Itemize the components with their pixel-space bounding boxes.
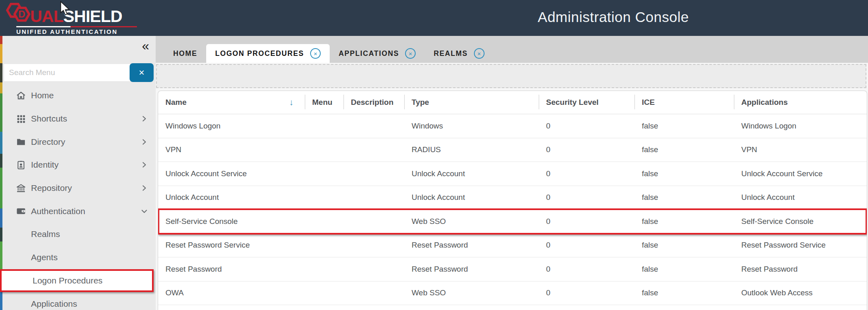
search-input[interactable] <box>4 64 131 81</box>
column-header-applications[interactable]: Applications <box>734 91 867 114</box>
tab-applications[interactable]: APPLICATIONS× <box>330 44 425 63</box>
table-row-windows-logon[interactable]: Windows LogonWindows0falseWindows Logon <box>158 114 867 138</box>
repository-icon <box>15 183 26 194</box>
table-row-owa[interactable]: OWAWeb SSO0falseOutlook Web Access <box>158 281 867 306</box>
column-header-type[interactable]: Type <box>404 91 539 114</box>
table-row-self-service-console[interactable]: Self-Service ConsoleWeb SSO0falseSelf-Se… <box>158 210 867 234</box>
sidebar-item-label: Authentication <box>31 206 85 216</box>
sidebar-item-realms[interactable]: Realms <box>0 223 156 246</box>
cell-description <box>344 210 404 233</box>
cell-menu <box>305 114 344 138</box>
cell-security_level: 0 <box>539 257 634 281</box>
shield-logo-icon: D <box>6 0 33 25</box>
tab-label: REALMS <box>434 49 468 58</box>
table-row-reset-password-service[interactable]: Reset Password ServiceReset Password0fal… <box>158 234 867 258</box>
table-row-unlock-account-service[interactable]: Unlock Account ServiceUnlock Account0fal… <box>158 162 867 186</box>
cell-ice: false <box>634 114 734 138</box>
cell-menu <box>305 138 344 162</box>
blank-icon <box>15 252 26 263</box>
shortcuts-icon <box>15 113 26 124</box>
sidebar-item-repository[interactable]: Repository <box>0 177 156 200</box>
column-header-label: Applications <box>741 98 788 107</box>
cell-name: VPN <box>158 138 305 162</box>
cell-ice: false <box>634 281 734 305</box>
cell-security_level: 0 <box>539 210 634 233</box>
table-row-vpn[interactable]: VPNRADIUS0falseVPN <box>158 138 867 162</box>
sidebar-item-label: Home <box>31 91 54 100</box>
sidebar-item-directory[interactable]: Directory <box>0 130 156 153</box>
cell-ice: false <box>634 257 734 281</box>
cell-applications: Unlock Account Service <box>734 162 867 186</box>
table-body: Windows LogonWindows0falseWindows LogonV… <box>158 114 867 310</box>
collapse-sidebar-icon[interactable]: « <box>142 39 149 52</box>
cell-applications: Reset Password Service <box>734 234 867 257</box>
tab-home[interactable]: HOME <box>164 44 206 63</box>
cell-description <box>344 257 404 281</box>
cell-name: Self-Service Console <box>158 210 305 233</box>
chevron-down-icon <box>139 206 149 216</box>
cell-ice: false <box>634 186 734 210</box>
sidebar-item-shortcuts[interactable]: Shortcuts <box>0 107 156 131</box>
column-header-label: Security Level <box>546 98 599 107</box>
cell-menu <box>305 257 344 281</box>
cell-menu <box>305 281 344 305</box>
tab-label: APPLICATIONS <box>339 49 399 58</box>
tab-realms[interactable]: REALMS× <box>425 44 493 63</box>
cell-applications: Unlock Account <box>734 186 867 210</box>
column-header-menu[interactable]: Menu <box>305 91 344 114</box>
app-header: D UALSHIELD UNIFIED AUTHENTICATION Admin… <box>0 0 868 36</box>
cell-name: OWA <box>158 281 305 305</box>
sort-descending-icon: ↓ <box>289 97 294 107</box>
sidebar-item-label: Identity <box>31 160 59 170</box>
search-clear-button[interactable]: × <box>130 63 154 82</box>
sidebar-item-label: Realms <box>31 229 60 239</box>
mouse-cursor-icon <box>59 1 71 16</box>
cell-description <box>344 281 404 305</box>
column-header-name[interactable]: Name↓ <box>158 91 305 114</box>
shield-letter: D <box>18 9 25 20</box>
chevron-right-icon <box>139 183 149 193</box>
page-title: Administration Console <box>538 9 689 25</box>
sidebar-item-home[interactable]: Home <box>0 84 156 107</box>
cell-name: Reset Password <box>158 257 305 281</box>
logo-wordmark: UALSHIELD <box>30 8 122 25</box>
column-header-label: Name <box>165 98 187 107</box>
cell-ice: false <box>634 162 734 186</box>
table-row-reset-password[interactable]: Reset PasswordReset Password0falseReset … <box>158 257 867 281</box>
close-tab-icon[interactable]: × <box>405 48 416 59</box>
sidebar-item-agents[interactable]: Agents <box>0 246 156 269</box>
sidebar-item-logon-procedures[interactable]: Logon Procedures <box>0 269 154 292</box>
table-row-partial <box>158 305 867 310</box>
table-header-row: Name↓MenuDescriptionTypeSecurity LevelIC… <box>158 91 867 114</box>
logo-tagline: UNIFIED AUTHENTICATION <box>16 28 144 35</box>
content-area: HOMELOGON PROCEDURES×APPLICATIONS×REALMS… <box>156 36 868 310</box>
cell-menu <box>305 234 344 257</box>
cell-type: Web SSO <box>404 210 539 233</box>
column-header-label: Menu <box>312 98 333 107</box>
cell-name: Reset Password Service <box>158 234 305 257</box>
cell-ice: false <box>634 234 734 257</box>
chevron-right-icon <box>139 114 149 124</box>
column-header-ice[interactable]: ICE <box>634 91 734 114</box>
close-tab-icon[interactable]: × <box>310 48 321 59</box>
cell-menu <box>305 210 344 233</box>
close-tab-icon[interactable]: × <box>474 48 485 59</box>
logo-underline <box>16 26 137 27</box>
cell-description <box>344 114 404 138</box>
sidebar-item-identity[interactable]: Identity <box>0 153 156 177</box>
sidebar-item-authentication[interactable]: Authentication <box>0 199 156 223</box>
logon-procedures-table: Name↓MenuDescriptionTypeSecurity LevelIC… <box>158 91 867 310</box>
tab-label: LOGON PROCEDURES <box>215 49 304 58</box>
cell-name: Windows Logon <box>158 114 305 138</box>
sidebar-item-label: Logon Procedures <box>33 276 103 286</box>
close-icon: × <box>139 67 144 78</box>
table-row-unlock-account[interactable]: Unlock AccountUnlock Account0falseUnlock… <box>158 186 867 210</box>
tab-logon-procedures[interactable]: LOGON PROCEDURES× <box>206 44 330 63</box>
column-header-security-level[interactable]: Security Level <box>539 91 634 114</box>
column-header-description[interactable]: Description <box>344 91 404 114</box>
sidebar-item-applications[interactable]: Applications <box>0 292 156 310</box>
cell-ice: false <box>634 210 734 233</box>
cell-security_level: 0 <box>539 186 634 210</box>
sidebar-item-label: Applications <box>31 299 77 309</box>
blank-icon <box>15 229 26 240</box>
